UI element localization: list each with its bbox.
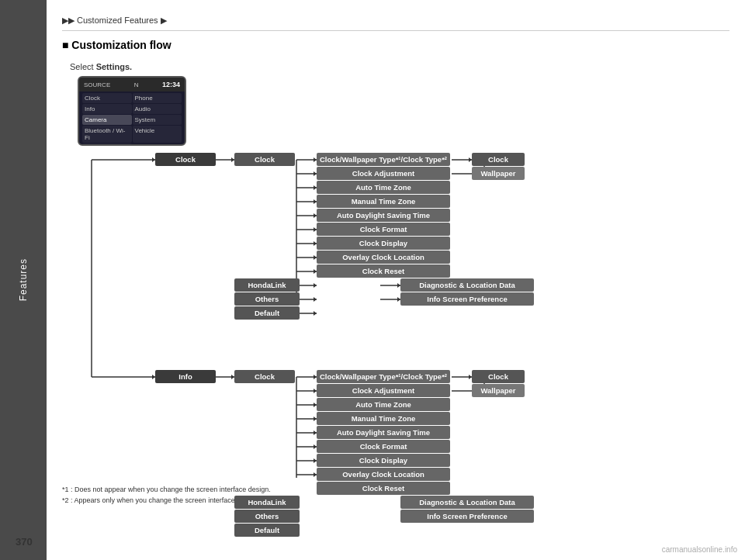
main-content: ▶▶ Customized Features ▶ Customization f… [47, 0, 745, 560]
page-number: 370 [16, 536, 33, 548]
info-clock-reset-box: Clock Reset [317, 482, 450, 495]
info-clock-adjustment-box: Clock Adjustment [317, 384, 450, 397]
clock-reset-box: Clock Reset [317, 264, 450, 278]
info-diagnostic-box: Diagnostic & Location Data [400, 496, 534, 509]
page: Features ▶▶ Customized Features ▶ Custom… [0, 0, 745, 560]
wallpaper-right-top: Wallpaper [472, 167, 525, 180]
info-clock-display-box: Clock Display [317, 454, 450, 467]
info-wallpaper-type-box: Clock/Wallpaper Type*¹/Clock Type*² [317, 370, 450, 383]
clock-adjustment-box: Clock Adjustment [317, 167, 450, 180]
info-info-screen-box: Info Screen Preference [400, 510, 534, 523]
info-right-top: Clock [472, 370, 525, 383]
device-top-bar: SOURCE N 12:34 [79, 78, 185, 92]
section-title: Customization flow [62, 39, 729, 51]
clock-col1-box: Clock [155, 153, 216, 166]
device-source: SOURCE [84, 81, 110, 88]
info-clock-format-box: Clock Format [317, 440, 450, 453]
device-menu-audio: Audio [133, 104, 182, 114]
device-menu-system: System [133, 115, 182, 125]
breadcrumb-text: Customized Features [77, 16, 158, 25]
svg-marker-33 [314, 283, 317, 288]
select-settings-label: Select Settings. [70, 62, 729, 71]
clock-hondalink-box: HondaLink [234, 278, 300, 292]
clock-wallpaper-type-box: Clock/Wallpaper Type*¹/Clock Type*² [317, 153, 450, 166]
auto-time-zone-box: Auto Time Zone [317, 181, 450, 194]
breadcrumb-arrows2: ▶ [161, 16, 167, 25]
info-default-box: Default [234, 524, 300, 537]
device-indicator: N [134, 81, 139, 88]
clock-default-box: Default [234, 306, 300, 320]
device-menu-vehicle: Vehicle [133, 126, 182, 143]
device-menu-info: Info [82, 104, 132, 114]
sidebar: Features [0, 0, 47, 560]
device-menu: Clock Phone Info Audio Camera System Blu… [79, 92, 185, 146]
info-col2-clock-box: Clock [234, 370, 295, 383]
info-col1-box: Info [155, 370, 216, 383]
auto-daylight-saving-box: Auto Daylight Saving Time [317, 209, 450, 222]
overlay-clock-location-box: Overlay Clock Location [317, 251, 450, 264]
clock-diagnostic-box: Diagnostic & Location Data [400, 278, 534, 292]
device-clock: 12:34 [162, 81, 180, 88]
clock-others-box: Others [234, 292, 300, 306]
clock-info-screen-box: Info Screen Preference [400, 292, 534, 306]
breadcrumb: ▶▶ Customized Features ▶ [62, 16, 729, 31]
device-menu-camera: Camera [82, 115, 132, 125]
device-menu-smartphone: Smartphone [82, 143, 132, 146]
svg-marker-35 [314, 297, 317, 302]
breadcrumb-arrows: ▶▶ [62, 16, 74, 25]
device-mockup: SOURCE N 12:34 Clock Phone Info Audio Ca… [78, 76, 186, 146]
info-overlay-clock-location-box: Overlay Clock Location [317, 468, 450, 481]
info-others-box: Others [234, 510, 300, 523]
info-hondalink-box: HondaLink [234, 496, 300, 509]
info-auto-time-zone-box: Auto Time Zone [317, 398, 450, 411]
clock-col2-clock-box: Clock [234, 153, 295, 166]
device-menu-bluetooth: Bluetooth / Wi-Fi [82, 126, 132, 143]
device-menu-clock: Clock [82, 93, 132, 103]
clock-display-box: Clock Display [317, 237, 450, 250]
manual-time-zone-box: Manual Time Zone [317, 195, 450, 208]
info-manual-time-zone-box: Manual Time Zone [317, 412, 450, 425]
info-auto-daylight-saving-box: Auto Daylight Saving Time [317, 426, 450, 439]
watermark: carmanualsonline.info [662, 545, 737, 554]
svg-marker-37 [314, 311, 317, 316]
info-wallpaper-right-top: Wallpaper [472, 384, 525, 397]
footnote-2: *2 : Appears only when you change the sc… [62, 495, 729, 506]
device-menu-phone: Phone [133, 93, 182, 103]
flow-diagram: Clock Clock Clock/Wallpaper Type*¹/Clock… [62, 152, 698, 478]
clock-right-top: Clock [472, 153, 525, 166]
sidebar-label: Features [18, 258, 29, 301]
clock-format-box: Clock Format [317, 223, 450, 236]
